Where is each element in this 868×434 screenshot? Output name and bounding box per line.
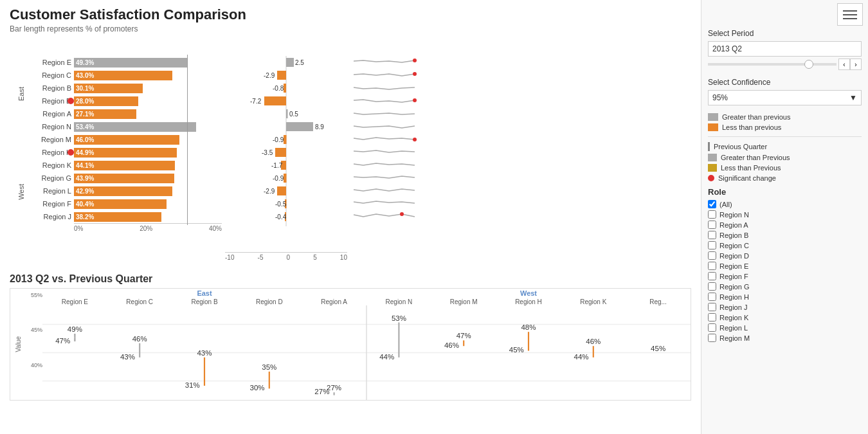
legend-line-icon [708, 142, 710, 151]
svg-text:43%: 43% [120, 352, 135, 361]
legend-item-significant: Significant change [708, 174, 862, 182]
bottom-headers: East West [42, 289, 691, 298]
checkbox-region-h: Region H [708, 293, 862, 301]
region-label-m: Region M [41, 136, 71, 143]
legend-dot-red-icon [708, 175, 714, 181]
bottom-west-label: West [366, 289, 691, 297]
svg-text:0.5: 0.5 [289, 111, 298, 118]
bh-region-a: Region A [302, 298, 366, 305]
bh-region-b: Region B [172, 298, 237, 305]
bh-region-m: Region M [431, 298, 496, 305]
checkbox-region-c-input[interactable] [708, 241, 716, 249]
bar-x-axis: 0% 20% 40% [74, 223, 222, 236]
period-slider-row: ‹ › [708, 59, 862, 70]
bar-row-l: 42.9% [74, 185, 222, 197]
checkbox-region-g: Region G [708, 282, 862, 291]
bh-region-c: Region C [107, 298, 172, 305]
checkbox-region-f-label: Region F [719, 273, 748, 280]
bar-row-a: 27.1% [74, 107, 222, 120]
chart-area: Customer Satisfaction Comparison Bar len… [0, 0, 701, 434]
region-label-k: Region K [42, 161, 71, 169]
diff-chart-col: 2.5 -2.9 -0.8 -7.2 [225, 40, 347, 265]
select-period-section: Select Period ‹ › [708, 29, 862, 70]
checkbox-region-c-label: Region C [719, 242, 749, 249]
period-nav-buttons: ‹ › [838, 59, 862, 70]
svg-text:35%: 35% [262, 363, 276, 371]
svg-point-30 [413, 138, 417, 141]
menu-button[interactable] [837, 3, 863, 26]
bar-row-g: 43.9% [74, 172, 222, 185]
period-slider-thumb[interactable] [804, 60, 813, 69]
period-slider-track[interactable] [708, 63, 836, 66]
role-section: Role (All) Region N Region A Region B [708, 187, 862, 342]
period-input[interactable] [708, 41, 862, 57]
top-charts: East West Region E Region C Region B Reg… [10, 40, 691, 268]
svg-text:8.9: 8.9 [315, 123, 324, 131]
bar-row-d: 28.0% [74, 95, 222, 107]
legend-sq-gray-icon [708, 154, 717, 161]
period-prev-button[interactable]: ‹ [838, 59, 850, 70]
role-title: Role [708, 187, 862, 197]
legend-prev-quarter-label: Previous Quarter [714, 143, 767, 150]
svg-rect-5 [284, 84, 286, 93]
period-next-button[interactable]: › [850, 59, 862, 70]
region-label-f: Region F [42, 200, 71, 208]
checkbox-region-j-input[interactable] [708, 303, 716, 311]
bh-region-n: Region N [366, 298, 431, 305]
bh-region-h: Region H [496, 298, 561, 305]
checkbox-region-l: Region L [708, 323, 862, 332]
svg-rect-13 [284, 135, 287, 144]
legend-item-prev-quarter: Previous Quarter [708, 142, 862, 151]
checkbox-region-d: Region D [708, 251, 862, 260]
checkbox-region-e: Region E [708, 262, 862, 270]
svg-text:30%: 30% [250, 383, 265, 392]
checkbox-all-input[interactable] [708, 200, 716, 208]
checkbox-region-n-input[interactable] [708, 210, 716, 219]
checkbox-region-a-input[interactable] [708, 221, 716, 229]
legend-gray-box [708, 113, 718, 121]
checkbox-region-a-label: Region A [719, 221, 748, 229]
svg-text:-1.7: -1.7 [271, 162, 283, 169]
checkbox-region-m-input[interactable] [708, 334, 716, 342]
svg-text:53%: 53% [392, 313, 406, 321]
svg-text:31%: 31% [185, 381, 200, 389]
legend-orange-box [708, 123, 718, 131]
checkbox-region-h-label: Region H [719, 293, 749, 301]
checkbox-region-j: Region J [708, 303, 862, 311]
checkbox-region-d-input[interactable] [708, 251, 716, 260]
checkbox-region-e-input[interactable] [708, 262, 716, 270]
bar-row-f: 40.4% [74, 197, 222, 210]
svg-text:44%: 44% [379, 352, 394, 361]
checkbox-region-e-label: Region E [719, 262, 748, 270]
checkbox-region-g-input[interactable] [708, 282, 716, 291]
svg-text:47%: 47% [55, 336, 70, 345]
checkbox-region-n: Region N [708, 210, 862, 219]
confidence-dropdown-icon: ▼ [849, 93, 857, 102]
checkbox-region-l-input[interactable] [708, 323, 716, 332]
checkbox-region-k-input[interactable] [708, 313, 716, 321]
select-confidence-section: Select Confidence 95% ▼ [708, 78, 862, 105]
checkbox-region-g-label: Region G [719, 283, 749, 291]
svg-text:44%: 44% [574, 352, 589, 361]
menu-icon [843, 18, 857, 19]
svg-rect-15 [275, 148, 286, 157]
checkbox-region-m-label: Region M [719, 334, 750, 342]
svg-rect-11 [286, 122, 313, 131]
checkbox-region-h-input[interactable] [708, 293, 716, 301]
confidence-select[interactable]: 95% ▼ [708, 90, 862, 105]
checkbox-region-f-input[interactable] [708, 272, 716, 280]
svg-text:-0.4: -0.4 [275, 213, 287, 221]
region-label-a: Region A [42, 110, 71, 118]
checkbox-region-b-input[interactable] [708, 231, 716, 239]
bh-region-k: Region K [561, 298, 626, 305]
svg-text:-3.5: -3.5 [262, 149, 273, 156]
bar-chart-col: 49.3% 43.0% 30.1% 28.0% [74, 40, 222, 265]
bottom-east-label: East [42, 289, 366, 297]
svg-text:45%: 45% [651, 343, 665, 352]
legend-divider [708, 136, 862, 137]
checkbox-region-b-label: Region B [719, 231, 748, 239]
bar-row-h: 44.9% [74, 146, 222, 159]
svg-text:45%: 45% [509, 345, 524, 354]
confidence-value: 95% [712, 93, 728, 102]
region-label-b: Region B [42, 84, 71, 92]
